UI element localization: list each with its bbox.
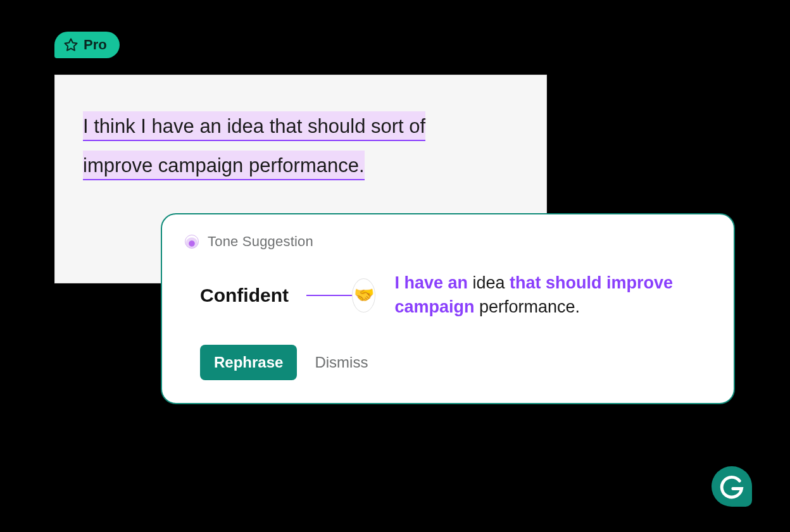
suggested-bold-1: I have an xyxy=(394,273,468,292)
suggested-plain-2: performance. xyxy=(474,297,580,316)
rephrase-button[interactable]: Rephrase xyxy=(200,345,297,380)
dismiss-button[interactable]: Dismiss xyxy=(315,354,368,371)
pro-badge: Pro xyxy=(54,32,120,58)
tone-row: Confident 🤝 I have an idea that should i… xyxy=(185,271,711,319)
card-header: Tone Suggestion xyxy=(185,233,711,250)
brand-badge[interactable] xyxy=(712,466,752,507)
suggested-text: I have an idea that should improve campa… xyxy=(394,271,711,319)
connector-line xyxy=(306,295,353,296)
editor-highlighted-line-1: I think I have an idea that should sort … xyxy=(83,111,425,141)
editor-highlighted-line-2: improve campaign performance. xyxy=(83,151,365,180)
brand-g-icon xyxy=(718,473,745,500)
tone-name: Confident xyxy=(200,285,289,306)
pro-badge-label: Pro xyxy=(84,37,107,53)
tone-indicator-icon xyxy=(185,235,199,249)
card-header-label: Tone Suggestion xyxy=(208,233,313,250)
handshake-icon: 🤝 xyxy=(352,278,375,312)
tone-suggestion-card: Tone Suggestion Confident 🤝 I have an id… xyxy=(161,213,735,404)
suggested-plain-1: idea xyxy=(468,273,510,292)
star-icon xyxy=(63,37,78,53)
action-row: Rephrase Dismiss xyxy=(185,345,711,380)
